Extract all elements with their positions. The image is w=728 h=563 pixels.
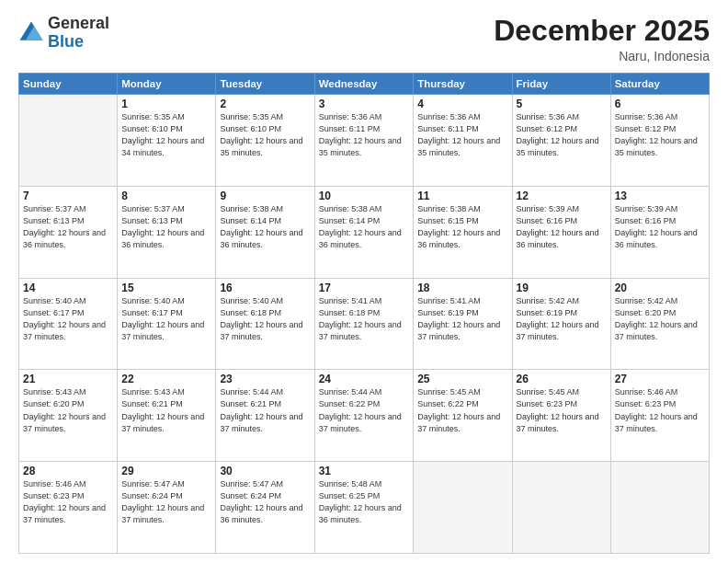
- calendar-cell: [19, 95, 118, 187]
- logo-text: General Blue: [48, 15, 109, 52]
- calendar-cell: 30Sunrise: 5:47 AMSunset: 6:24 PMDayligh…: [216, 462, 314, 554]
- weekday-header: Tuesday: [216, 74, 314, 95]
- day-info: Sunrise: 5:38 AMSunset: 6:15 PMDaylight:…: [417, 203, 507, 251]
- day-info: Sunrise: 5:42 AMSunset: 6:19 PMDaylight:…: [517, 295, 607, 343]
- calendar-week-row: 21Sunrise: 5:43 AMSunset: 6:20 PMDayligh…: [19, 370, 710, 462]
- day-info: Sunrise: 5:45 AMSunset: 6:23 PMDaylight:…: [517, 386, 607, 434]
- day-number: 7: [23, 190, 113, 202]
- location: Naru, Indonesia: [494, 49, 710, 63]
- day-info: Sunrise: 5:36 AMSunset: 6:12 PMDaylight:…: [517, 111, 607, 159]
- calendar-week-row: 14Sunrise: 5:40 AMSunset: 6:17 PMDayligh…: [19, 278, 710, 370]
- day-info: Sunrise: 5:46 AMSunset: 6:23 PMDaylight:…: [615, 386, 705, 434]
- weekday-header: Thursday: [414, 74, 512, 95]
- day-info: Sunrise: 5:43 AMSunset: 6:20 PMDaylight:…: [23, 386, 113, 434]
- calendar-cell: 28Sunrise: 5:46 AMSunset: 6:23 PMDayligh…: [19, 462, 118, 554]
- calendar-cell: [512, 462, 610, 554]
- day-number: 18: [417, 282, 507, 294]
- weekday-header: Friday: [512, 74, 610, 95]
- day-info: Sunrise: 5:39 AMSunset: 6:16 PMDaylight:…: [615, 203, 705, 251]
- day-number: 11: [417, 190, 507, 202]
- logo: General Blue: [18, 15, 109, 52]
- day-number: 24: [319, 373, 410, 385]
- day-number: 15: [121, 282, 211, 294]
- day-number: 21: [23, 373, 113, 385]
- day-info: Sunrise: 5:40 AMSunset: 6:17 PMDaylight:…: [121, 295, 211, 343]
- day-info: Sunrise: 5:36 AMSunset: 6:11 PMDaylight:…: [417, 111, 507, 159]
- day-number: 14: [23, 282, 113, 294]
- calendar-cell: 2Sunrise: 5:35 AMSunset: 6:10 PMDaylight…: [216, 95, 314, 187]
- day-number: 3: [319, 98, 410, 110]
- calendar-cell: 6Sunrise: 5:36 AMSunset: 6:12 PMDaylight…: [610, 95, 709, 187]
- calendar-cell: 12Sunrise: 5:39 AMSunset: 6:16 PMDayligh…: [512, 186, 610, 278]
- calendar-cell: 21Sunrise: 5:43 AMSunset: 6:20 PMDayligh…: [19, 370, 118, 462]
- calendar-cell: 23Sunrise: 5:44 AMSunset: 6:21 PMDayligh…: [216, 370, 314, 462]
- logo-icon: [18, 20, 44, 46]
- calendar-week-row: 7Sunrise: 5:37 AMSunset: 6:13 PMDaylight…: [19, 186, 710, 278]
- day-number: 10: [319, 190, 410, 202]
- day-number: 30: [220, 465, 310, 477]
- day-number: 12: [517, 190, 607, 202]
- calendar-cell: [414, 462, 512, 554]
- day-number: 1: [121, 98, 211, 110]
- day-info: Sunrise: 5:37 AMSunset: 6:13 PMDaylight:…: [121, 203, 211, 251]
- calendar-cell: 5Sunrise: 5:36 AMSunset: 6:12 PMDaylight…: [512, 95, 610, 187]
- calendar-cell: [610, 462, 709, 554]
- day-number: 8: [121, 190, 211, 202]
- calendar-cell: 17Sunrise: 5:41 AMSunset: 6:18 PMDayligh…: [314, 278, 414, 370]
- calendar-cell: 14Sunrise: 5:40 AMSunset: 6:17 PMDayligh…: [19, 278, 118, 370]
- day-info: Sunrise: 5:41 AMSunset: 6:18 PMDaylight:…: [319, 295, 410, 343]
- day-number: 22: [121, 373, 211, 385]
- day-number: 5: [517, 98, 607, 110]
- day-info: Sunrise: 5:40 AMSunset: 6:18 PMDaylight:…: [220, 295, 310, 343]
- day-number: 28: [23, 465, 113, 477]
- calendar-cell: 16Sunrise: 5:40 AMSunset: 6:18 PMDayligh…: [216, 278, 314, 370]
- calendar-cell: 27Sunrise: 5:46 AMSunset: 6:23 PMDayligh…: [610, 370, 709, 462]
- day-info: Sunrise: 5:41 AMSunset: 6:19 PMDaylight:…: [417, 295, 507, 343]
- day-info: Sunrise: 5:35 AMSunset: 6:10 PMDaylight:…: [220, 111, 310, 159]
- day-number: 27: [615, 373, 705, 385]
- calendar-cell: 18Sunrise: 5:41 AMSunset: 6:19 PMDayligh…: [414, 278, 512, 370]
- day-number: 26: [517, 373, 607, 385]
- calendar-cell: 24Sunrise: 5:44 AMSunset: 6:22 PMDayligh…: [314, 370, 414, 462]
- weekday-header: Sunday: [19, 74, 118, 95]
- day-number: 17: [319, 282, 410, 294]
- calendar-cell: 3Sunrise: 5:36 AMSunset: 6:11 PMDaylight…: [314, 95, 414, 187]
- calendar-cell: 19Sunrise: 5:42 AMSunset: 6:19 PMDayligh…: [512, 278, 610, 370]
- day-info: Sunrise: 5:47 AMSunset: 6:24 PMDaylight:…: [220, 478, 310, 526]
- day-info: Sunrise: 5:44 AMSunset: 6:22 PMDaylight:…: [319, 386, 410, 434]
- day-number: 4: [417, 98, 507, 110]
- calendar-cell: 31Sunrise: 5:48 AMSunset: 6:25 PMDayligh…: [314, 462, 414, 554]
- logo-general-text: General: [48, 14, 109, 32]
- day-info: Sunrise: 5:46 AMSunset: 6:23 PMDaylight:…: [23, 478, 113, 526]
- calendar-cell: 22Sunrise: 5:43 AMSunset: 6:21 PMDayligh…: [118, 370, 216, 462]
- day-info: Sunrise: 5:48 AMSunset: 6:25 PMDaylight:…: [319, 478, 410, 526]
- day-info: Sunrise: 5:42 AMSunset: 6:20 PMDaylight:…: [615, 295, 705, 343]
- calendar-cell: 26Sunrise: 5:45 AMSunset: 6:23 PMDayligh…: [512, 370, 610, 462]
- day-info: Sunrise: 5:36 AMSunset: 6:12 PMDaylight:…: [615, 111, 705, 159]
- day-info: Sunrise: 5:38 AMSunset: 6:14 PMDaylight:…: [319, 203, 410, 251]
- calendar-week-row: 28Sunrise: 5:46 AMSunset: 6:23 PMDayligh…: [19, 462, 710, 554]
- page: General Blue December 2025 Naru, Indones…: [0, 0, 728, 563]
- month-title: December 2025: [494, 15, 710, 47]
- calendar-cell: 29Sunrise: 5:47 AMSunset: 6:24 PMDayligh…: [118, 462, 216, 554]
- calendar-cell: 1Sunrise: 5:35 AMSunset: 6:10 PMDaylight…: [118, 95, 216, 187]
- calendar-cell: 13Sunrise: 5:39 AMSunset: 6:16 PMDayligh…: [610, 186, 709, 278]
- weekday-header: Monday: [118, 74, 216, 95]
- day-info: Sunrise: 5:39 AMSunset: 6:16 PMDaylight:…: [517, 203, 607, 251]
- day-info: Sunrise: 5:43 AMSunset: 6:21 PMDaylight:…: [121, 386, 211, 434]
- calendar-header-row: SundayMondayTuesdayWednesdayThursdayFrid…: [19, 74, 710, 95]
- calendar-cell: 10Sunrise: 5:38 AMSunset: 6:14 PMDayligh…: [314, 186, 414, 278]
- day-info: Sunrise: 5:38 AMSunset: 6:14 PMDaylight:…: [220, 203, 310, 251]
- day-number: 9: [220, 190, 310, 202]
- day-info: Sunrise: 5:36 AMSunset: 6:11 PMDaylight:…: [319, 111, 410, 159]
- day-number: 29: [121, 465, 211, 477]
- calendar-cell: 20Sunrise: 5:42 AMSunset: 6:20 PMDayligh…: [610, 278, 709, 370]
- day-number: 25: [417, 373, 507, 385]
- day-info: Sunrise: 5:44 AMSunset: 6:21 PMDaylight:…: [220, 386, 310, 434]
- calendar-table: SundayMondayTuesdayWednesdayThursdayFrid…: [18, 73, 710, 554]
- weekday-header: Saturday: [610, 74, 709, 95]
- day-info: Sunrise: 5:40 AMSunset: 6:17 PMDaylight:…: [23, 295, 113, 343]
- day-info: Sunrise: 5:37 AMSunset: 6:13 PMDaylight:…: [23, 203, 113, 251]
- day-number: 6: [615, 98, 705, 110]
- calendar-cell: 25Sunrise: 5:45 AMSunset: 6:22 PMDayligh…: [414, 370, 512, 462]
